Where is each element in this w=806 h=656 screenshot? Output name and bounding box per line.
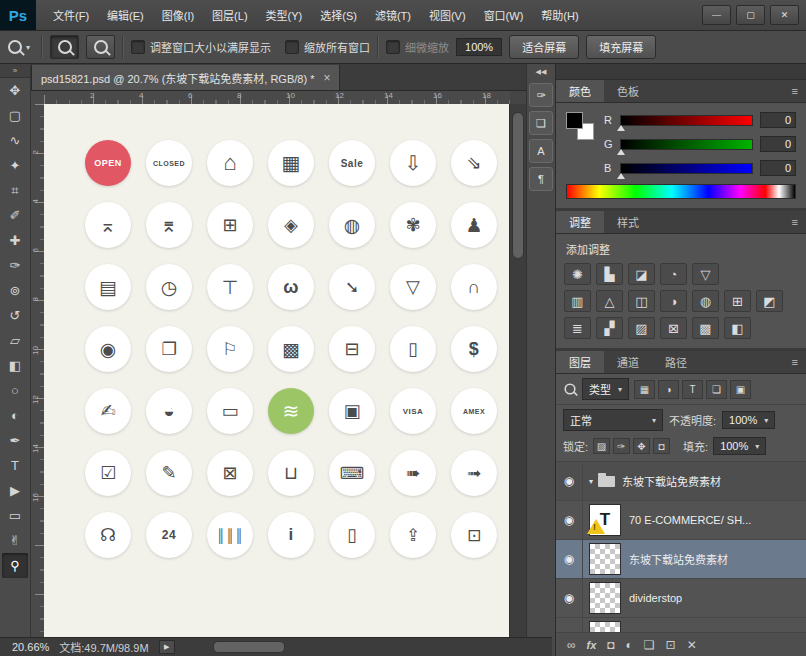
panel-menu-icon[interactable]: ≡: [784, 211, 806, 233]
crop-tool[interactable]: ⌗: [2, 178, 28, 203]
minimize-button[interactable]: —: [702, 5, 731, 25]
adjustment-photo-filter[interactable]: ◑: [660, 290, 687, 312]
quick-selection-tool[interactable]: ✦: [2, 153, 28, 178]
add-layer-mask-icon[interactable]: ◘: [607, 638, 614, 652]
channel-value-field[interactable]: 0: [760, 112, 796, 128]
wallet-icon[interactable]: ▣: [329, 388, 375, 434]
eraser-tool[interactable]: ▱: [2, 328, 28, 353]
layer-thumbnail[interactable]: [589, 621, 621, 632]
visa-card-icon[interactable]: VISA: [390, 388, 436, 434]
luggage-tags-icon[interactable]: ❐: [146, 326, 192, 372]
tab-swatches[interactable]: 色板: [604, 80, 652, 102]
adjustment-hue-saturation[interactable]: ▥: [564, 290, 591, 312]
color-spectrum-ramp[interactable]: [566, 184, 796, 199]
menu-item-3[interactable]: 图层(L): [203, 3, 256, 27]
checklist-icon[interactable]: ☑: [85, 450, 131, 496]
option-checkbox-1[interactable]: 缩放所有窗口: [285, 39, 370, 55]
adjustment-levels[interactable]: ▙: [596, 263, 623, 285]
blend-mode-dropdown[interactable]: 正常 ▾: [563, 409, 663, 431]
fit-screen-button[interactable]: 适合屏幕: [509, 35, 579, 59]
info-delivery-icon[interactable]: i: [268, 512, 314, 558]
option-checkbox-2[interactable]: 细微缩放: [386, 39, 449, 55]
new-group-icon[interactable]: ❏: [644, 638, 655, 652]
adjustment-gradient-map[interactable]: ▨: [628, 317, 655, 339]
lasso-tool[interactable]: ∿: [2, 128, 28, 153]
adjustment-gradient-fill[interactable]: ◧: [724, 317, 751, 339]
rectangle-tool[interactable]: ▭: [2, 503, 28, 528]
price-tag-icon[interactable]: ⇘: [451, 140, 497, 186]
bikini-icon[interactable]: ω: [268, 264, 314, 310]
menu-item-7[interactable]: 视图(V): [420, 3, 475, 27]
open-box-icon[interactable]: ⊔: [268, 450, 314, 496]
zoom-out-button[interactable]: [86, 35, 115, 59]
mobile-cart-icon[interactable]: ⊡: [451, 512, 497, 558]
adjustment-invert[interactable]: ◩: [756, 290, 783, 312]
text-layer-thumbnail[interactable]: T!: [589, 504, 621, 536]
amex-card-icon[interactable]: AMEX: [451, 388, 497, 434]
zoom-in-button[interactable]: [50, 35, 79, 59]
barcode-icon[interactable]: ║║║: [207, 512, 253, 558]
shopper-icon[interactable]: ♟: [451, 202, 497, 248]
menu-item-6[interactable]: 滤镜(T): [366, 3, 420, 27]
package-box-icon[interactable]: ⊠: [207, 450, 253, 496]
layer-row-2[interactable]: ◉东坡下载站免费素材: [556, 540, 806, 579]
move-tool[interactable]: ✥: [2, 78, 28, 103]
new-layer-icon[interactable]: ⊡: [666, 638, 676, 652]
coin-purse-icon[interactable]: ◍: [329, 202, 375, 248]
adjustment-exposure[interactable]: ◔: [660, 263, 687, 285]
heel-shoe-icon[interactable]: ➘: [329, 264, 375, 310]
adjustment-curves[interactable]: ◪: [628, 263, 655, 285]
menu-item-1[interactable]: 编辑(E): [98, 3, 153, 27]
history-brush-tool[interactable]: ↺: [2, 303, 28, 328]
document-canvas[interactable]: OPENCLOSED⌂▦Sale⇩⇘⌅⌆⊞◈◍✾♟▤◷⊤ω➘▽∩◉❐⚐▩⊟▯$✍…: [44, 104, 510, 638]
cash-register-icon[interactable]: ⊟: [329, 326, 375, 372]
dodge-tool[interactable]: ◐: [2, 403, 28, 428]
shop-building-icon[interactable]: ▦: [268, 140, 314, 186]
hanger-icon[interactable]: ∩: [451, 264, 497, 310]
receipt-icon[interactable]: ▯: [390, 326, 436, 372]
document-tab[interactable]: psd15821.psd @ 20.7% (东坡下载站免费素材, RGB/8) …: [31, 65, 340, 90]
layer-row-3[interactable]: ◉dividerstop: [556, 579, 806, 618]
channel-value-field[interactable]: 0: [760, 136, 796, 152]
slider-thumb[interactable]: [617, 149, 625, 155]
pen-tool[interactable]: ✒: [2, 428, 28, 453]
opacity-field[interactable]: 100% ▾: [722, 411, 775, 429]
layer-filter-type-dropdown[interactable]: 类型 ▾: [582, 378, 629, 400]
slider-thumb[interactable]: [617, 173, 625, 179]
fill-field[interactable]: 100% ▾: [713, 437, 766, 455]
menu-item-9[interactable]: 帮助(H): [532, 3, 587, 27]
type-tool[interactable]: T: [2, 453, 28, 478]
visibility-eye-icon[interactable]: ◉: [556, 501, 583, 539]
panel-menu-icon[interactable]: ≡: [784, 80, 806, 102]
layer-thumbnail[interactable]: [589, 543, 621, 575]
channel-slider[interactable]: [620, 163, 753, 174]
qr-code-icon[interactable]: ▩: [268, 326, 314, 372]
visibility-eye-icon[interactable]: ◉: [556, 462, 583, 500]
filter-type-layers-icon[interactable]: T: [682, 380, 703, 399]
character-panel[interactable]: A: [529, 139, 553, 163]
clone-source-panel[interactable]: ❏: [529, 111, 553, 135]
ribbon-tag-icon[interactable]: ⚐: [207, 326, 253, 372]
foreground-background-swatches[interactable]: [566, 112, 594, 140]
layer-row-1[interactable]: ◉T!70 E-COMMERCE/ SH...: [556, 501, 806, 540]
link-layers-icon[interactable]: ∞: [567, 638, 576, 652]
tshirt-icon[interactable]: ⊤: [207, 264, 253, 310]
tab-color[interactable]: 颜色: [556, 80, 604, 102]
smartphone-icon[interactable]: ▯: [329, 512, 375, 558]
purse-icon[interactable]: ◒: [146, 388, 192, 434]
adjustment-threshold[interactable]: ▞: [596, 317, 623, 339]
calculator-icon[interactable]: ⌨: [329, 450, 375, 496]
paragraph-panel[interactable]: ¶: [529, 167, 553, 191]
order-list-icon[interactable]: ✎: [146, 450, 192, 496]
gift-truck-icon[interactable]: ➟: [451, 450, 497, 496]
dresser-icon[interactable]: ▤: [85, 264, 131, 310]
spot-healing-tool[interactable]: ✚: [2, 228, 28, 253]
layer-thumbnail[interactable]: [589, 582, 621, 614]
eyedropper-tool[interactable]: ✐: [2, 203, 28, 228]
current-tool-preset[interactable]: ▾: [8, 40, 34, 54]
visibility-eye-icon[interactable]: ◉: [556, 579, 583, 617]
tab-styles[interactable]: 样式: [604, 211, 652, 233]
close-button[interactable]: ✕: [770, 5, 799, 25]
adjustment-selective-color[interactable]: ⊠: [660, 317, 687, 339]
zoom-percent-field[interactable]: 100%: [456, 38, 502, 56]
